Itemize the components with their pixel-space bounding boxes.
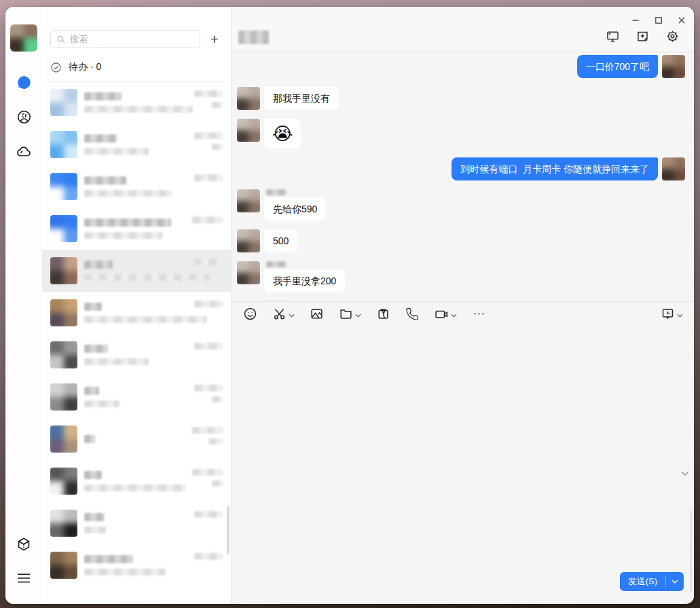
sidebar-item-moments[interactable] <box>16 109 32 125</box>
chevron-down-icon <box>671 580 678 584</box>
chevron-down-icon <box>451 314 457 318</box>
chat-badge-blur <box>212 480 223 487</box>
emoji-icon <box>243 307 257 321</box>
add-box-icon <box>635 29 650 43</box>
gift-button[interactable] <box>375 307 390 322</box>
chat-name-blur <box>84 555 133 563</box>
scroll-to-bottom-button[interactable] <box>680 467 690 603</box>
chat-avatar <box>50 510 77 537</box>
message-bubble[interactable]: 😭 <box>264 119 301 149</box>
chat-header <box>232 7 694 52</box>
chat-name-blur <box>84 176 126 185</box>
chat-name-blur <box>84 134 117 142</box>
screenshot-dropdown[interactable] <box>289 308 295 320</box>
chat-avatar <box>50 131 77 158</box>
search-icon <box>56 35 66 44</box>
screen-mirror-button[interactable] <box>604 28 621 44</box>
send-button[interactable]: 发送(S) <box>620 572 684 591</box>
emoji-button[interactable] <box>242 307 257 322</box>
message-bubble[interactable]: 一口价700了吧 <box>577 55 658 78</box>
message-row: 到时候有端口 月卡周卡 你随便就挣回来来了 到时候有端口 月卡周卡 你随便就挣回… <box>237 157 685 180</box>
chat-list-item[interactable] <box>42 166 231 208</box>
user-avatar[interactable] <box>10 24 37 52</box>
message-avatar[interactable] <box>237 87 260 110</box>
message-bubble[interactable]: 500 <box>264 229 297 252</box>
todo-row[interactable]: 待办 · 0 <box>50 61 223 73</box>
chat-list-item[interactable] <box>42 124 231 166</box>
chat-avatar <box>50 383 77 411</box>
message-avatar[interactable] <box>237 261 260 284</box>
chat-list-scrollbar[interactable] <box>227 506 229 554</box>
chat-history-button[interactable] <box>660 307 675 322</box>
chat-name-blur <box>84 345 108 353</box>
sidebar-item-cloud[interactable] <box>16 143 32 159</box>
screenshot-scissors-icon <box>272 307 287 321</box>
message-avatar[interactable] <box>237 189 260 212</box>
search-input[interactable] <box>70 34 194 44</box>
image-button[interactable] <box>309 307 324 322</box>
sidebar-item-chats[interactable] <box>16 74 32 90</box>
chat-preview-blur <box>84 148 149 155</box>
chat-list-item[interactable] <box>42 418 231 460</box>
message-bubble[interactable]: 我手里没拿200 <box>264 269 345 292</box>
sidebar-item-menu[interactable] <box>16 570 32 586</box>
chat-list-item[interactable] <box>42 502 231 544</box>
chat-list-item[interactable] <box>42 208 231 250</box>
check-circle-icon <box>50 62 62 73</box>
chat-bubble-icon <box>16 74 32 90</box>
chat-name-blur <box>84 387 99 395</box>
chat-avatar <box>50 341 77 368</box>
chat-list-item[interactable] <box>42 81 231 124</box>
screenshot-button[interactable] <box>272 307 287 322</box>
chat-time-blur <box>194 132 223 139</box>
message-bubble[interactable]: 那我手里没有 <box>264 87 339 110</box>
chat-list-item[interactable] <box>42 544 231 586</box>
maximize-button[interactable] <box>649 12 668 29</box>
chat-avatar <box>50 257 77 284</box>
add-chat-button[interactable]: + <box>206 31 223 48</box>
message-avatar[interactable] <box>237 119 260 142</box>
message-bubble[interactable]: 到时候有端口 月卡周卡 你随便就挣回来来了 <box>452 157 658 180</box>
settings-button[interactable] <box>664 28 680 44</box>
gear-icon <box>665 29 680 43</box>
chat-preview-blur <box>84 527 106 533</box>
chat-name-blur <box>84 471 102 479</box>
close-button[interactable] <box>672 12 691 29</box>
message-row: 😭 😭 <box>237 119 685 149</box>
message-bubble[interactable]: 先给你590 <box>264 197 326 221</box>
phone-call-icon <box>405 307 419 321</box>
chat-avatar <box>50 89 77 116</box>
chat-list-item[interactable] <box>42 376 231 418</box>
chat-badge-blur <box>212 102 223 108</box>
left-rail <box>5 7 42 604</box>
chat-avatar <box>50 468 77 495</box>
file-button[interactable] <box>338 307 353 322</box>
sender-name-blur <box>266 189 287 195</box>
message-avatar[interactable] <box>237 229 260 252</box>
file-dropdown[interactable] <box>355 308 361 320</box>
video-call-button[interactable] <box>434 307 449 322</box>
chat-time-blur <box>194 174 223 181</box>
chat-list-item[interactable] <box>42 334 231 376</box>
chat-history-dropdown[interactable] <box>677 308 683 320</box>
message-avatar[interactable] <box>662 55 685 78</box>
close-icon <box>678 16 686 24</box>
minimize-button[interactable] <box>626 12 645 29</box>
new-note-button[interactable] <box>634 28 650 44</box>
chat-list-item[interactable] <box>42 460 231 502</box>
sidebar-item-miniprograms[interactable] <box>16 536 32 552</box>
chat-preview-blur <box>84 400 119 407</box>
chat-list-item[interactable] <box>42 292 231 334</box>
chat-list-item[interactable] <box>42 250 231 292</box>
message-avatar[interactable] <box>662 157 685 180</box>
video-call-dropdown[interactable] <box>451 308 457 320</box>
message-input-area[interactable] <box>232 326 694 573</box>
voice-call-button[interactable] <box>405 307 420 322</box>
window-controls <box>626 12 691 29</box>
search-box[interactable] <box>50 30 200 48</box>
sender-name-blur <box>266 261 287 267</box>
more-button[interactable] <box>471 307 486 322</box>
chat-badge-blur <box>209 438 223 444</box>
messages-scrollbar[interactable] <box>690 510 692 592</box>
chat-name-blur <box>84 435 95 443</box>
